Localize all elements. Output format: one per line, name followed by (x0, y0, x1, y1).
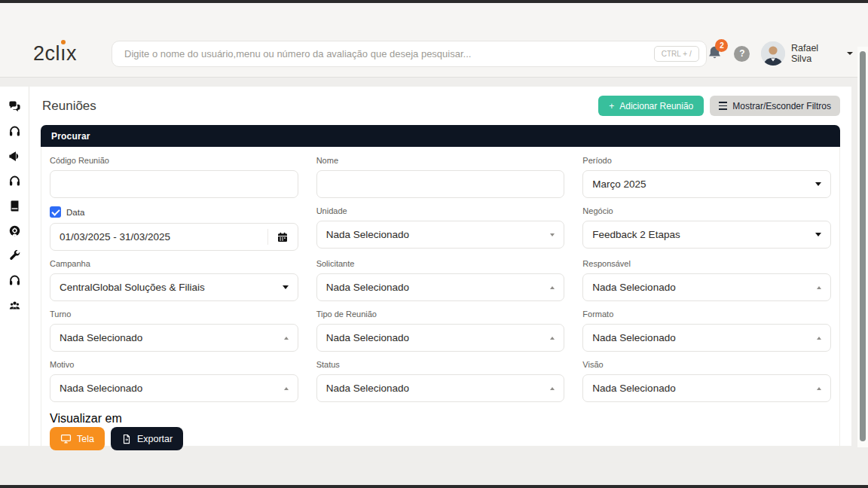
select-value: Nada Selecionado (592, 383, 675, 394)
nome-input[interactable] (316, 170, 565, 198)
calendar-icon[interactable] (277, 231, 289, 243)
motivo-select[interactable]: Nada Selecionado (50, 374, 298, 402)
team-icon (8, 299, 21, 312)
sidebar (0, 87, 29, 446)
visualizar-em-row: Visualizar em Tela (50, 412, 831, 450)
notification-count-badge: 2 (715, 39, 728, 52)
user-name: Rafael Silva (791, 43, 841, 64)
field-negocio: Negócio Feedback 2 Etapas (582, 206, 831, 251)
notifications-button[interactable]: 2 (707, 44, 723, 63)
add-meeting-label: Adicionar Reunião (619, 101, 693, 111)
sidebar-item-headset-1[interactable] (0, 119, 29, 144)
chevron-down-icon (847, 52, 853, 55)
checkbox-label: Data (66, 208, 84, 217)
search-input[interactable] (124, 48, 654, 59)
field-label: Turno (50, 310, 298, 319)
negocio-select[interactable]: Feedback 2 Etapas (582, 221, 831, 249)
select-value: Março 2025 (592, 178, 646, 190)
sidebar-item-wrench[interactable] (0, 243, 29, 268)
headset-icon (8, 175, 21, 188)
sidebar-item-chat[interactable] (0, 94, 29, 119)
date-range-value: 01/03/2025 - 31/03/2025 (60, 231, 267, 242)
global-search: CTRL + / (112, 41, 707, 67)
help-button[interactable]: ? (734, 46, 750, 62)
main-content: Reuniões + Adicionar Reunião Mostrar/Esc… (29, 87, 851, 446)
logo-text: 2cl (33, 42, 60, 65)
chevron-down-icon (815, 182, 821, 186)
chevron-up-icon (817, 286, 821, 289)
select-value: Nada Selecionado (60, 383, 142, 394)
head-gear-icon (8, 224, 21, 237)
tipo-reuniao-select[interactable]: Nada Selecionado (316, 324, 565, 352)
turno-select[interactable]: Nada Selecionado (50, 324, 298, 352)
field-label: Nome (316, 156, 565, 165)
avatar (761, 41, 785, 66)
exportar-button[interactable]: Exportar (111, 427, 183, 450)
select-value: Nada Selecionado (60, 332, 142, 343)
select-value: CentralGlobal Soluções & Filiais (60, 282, 205, 293)
periodo-select[interactable]: Março 2025 (582, 170, 831, 198)
solicitante-select[interactable]: Nada Selecionado (316, 273, 565, 301)
field-periodo: Período Março 2025 (582, 156, 831, 198)
sidebar-item-headset-3[interactable] (0, 268, 29, 293)
select-value: Nada Selecionado (326, 332, 409, 343)
responsavel-select[interactable]: Nada Selecionado (582, 273, 831, 301)
sidebar-item-megaphone[interactable] (0, 144, 29, 169)
unidade-select[interactable]: Nada Selecionado (316, 221, 565, 249)
formato-select[interactable]: Nada Selecionado (582, 324, 831, 352)
select-value: Nada Selecionado (326, 282, 409, 293)
chevron-down-icon (815, 233, 821, 236)
field-status: Status Nada Selecionado (316, 360, 565, 402)
field-label: Visualizar em (50, 412, 122, 425)
sidebar-item-book[interactable] (0, 194, 29, 218)
add-meeting-button[interactable]: + Adicionar Reunião (598, 96, 704, 116)
hamburger-icon (719, 102, 727, 109)
status-select[interactable]: Nada Selecionado (316, 374, 565, 402)
select-value: Nada Selecionado (326, 383, 409, 394)
tela-button[interactable]: Tela (50, 427, 105, 450)
data-checkbox[interactable]: Data (50, 206, 298, 218)
sidebar-item-head-gear[interactable] (0, 218, 29, 243)
select-value: Nada Selecionado (592, 332, 675, 343)
megaphone-icon (8, 150, 21, 163)
visao-select[interactable]: Nada Selecionado (582, 374, 831, 402)
logo-text: x (66, 42, 77, 65)
field-label: Código Reunião (50, 156, 298, 165)
monitor-icon (60, 433, 72, 444)
scrollbar-thumb[interactable] (860, 51, 866, 441)
user-menu[interactable]: Rafael Silva (761, 41, 853, 66)
field-solicitante: Solicitante Nada Selecionado (316, 259, 565, 301)
wrench-icon (8, 249, 21, 262)
toggle-filters-label: Mostrar/Esconder Filtros (732, 101, 831, 111)
tela-label: Tela (77, 434, 94, 444)
codigo-reuniao-input[interactable] (50, 170, 298, 198)
field-label: Status (316, 360, 565, 369)
page-title: Reuniões (42, 99, 96, 114)
field-label: Solicitante (316, 259, 565, 268)
file-export-icon (121, 434, 132, 444)
field-label: Tipo de Reunião (316, 310, 565, 319)
field-campanha: Campanha CentralGlobal Soluções & Filiai… (50, 259, 298, 301)
toggle-filters-button[interactable]: Mostrar/Esconder Filtros (710, 96, 840, 116)
field-motivo: Motivo Nada Selecionado (50, 360, 298, 402)
date-range-input[interactable]: 01/03/2025 - 31/03/2025 (50, 223, 298, 251)
select-value: Nada Selecionado (592, 282, 675, 293)
field-label: Negócio (582, 206, 831, 215)
campanha-select[interactable]: CentralGlobal Soluções & Filiais (50, 273, 298, 301)
chat-icon (8, 100, 21, 113)
field-codigo-reuniao: Código Reunião (50, 156, 298, 198)
select-value: Nada Selecionado (326, 229, 409, 240)
sidebar-item-headset-2[interactable] (0, 169, 29, 194)
chevron-down-icon (550, 233, 555, 236)
chevron-up-icon (817, 337, 821, 340)
field-turno: Turno Nada Selecionado (50, 310, 298, 352)
chevron-up-icon (284, 337, 289, 340)
field-formato: Formato Nada Selecionado (582, 310, 831, 352)
logo-orange-dot: ı (60, 42, 66, 66)
keyboard-shortcut-badge: CTRL + / (654, 46, 699, 62)
sidebar-item-team[interactable] (0, 293, 29, 318)
chevron-up-icon (550, 387, 555, 390)
headset-icon (8, 274, 21, 287)
field-tipo-reuniao: Tipo de Reunião Nada Selecionado (316, 310, 565, 352)
field-label: Motivo (50, 360, 298, 369)
